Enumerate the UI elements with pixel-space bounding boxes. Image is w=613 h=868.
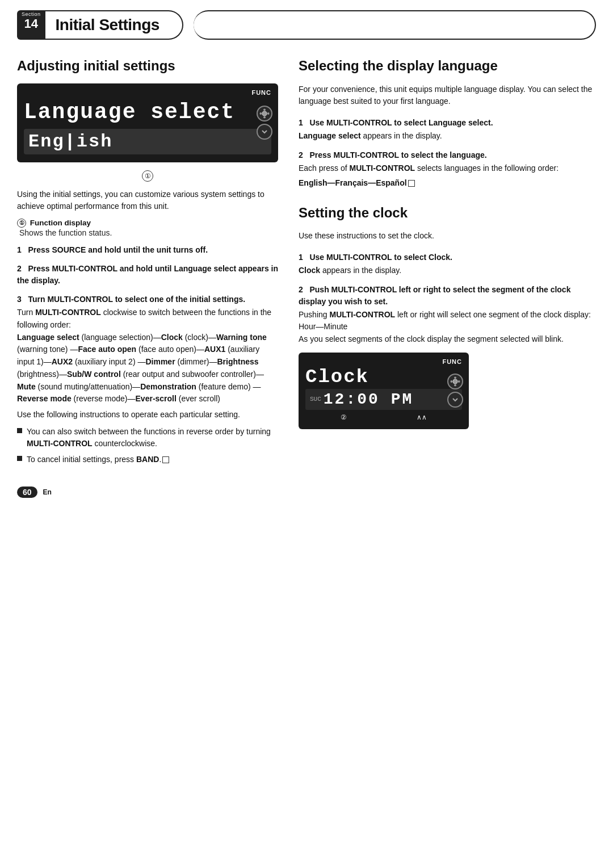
adjusting-heading: Adjusting initial settings	[17, 58, 278, 74]
clock-section: Setting the clock Use these instructions…	[299, 205, 596, 429]
display-icons	[257, 106, 272, 140]
clock-step-2-header: 2 Push MULTI-CONTROL left or right to se…	[299, 284, 596, 308]
display-step-2-header: 2 Press MULTI-CONTROL to select the lang…	[299, 149, 596, 161]
step-1-number: 1	[17, 245, 26, 254]
svg-point-4	[267, 112, 270, 115]
step-1: 1 Press SOURCE and hold until the unit t…	[17, 244, 278, 256]
display-language-heading: Selecting the display language	[299, 58, 596, 74]
bullet-text-1: You can also switch between the function…	[27, 426, 278, 450]
intro-text: Using the initial settings, you can cust…	[17, 188, 278, 213]
svg-point-5	[453, 379, 457, 384]
clock-callout-num1: ②	[341, 413, 347, 421]
clock-sub-text: 12:00 PM	[324, 391, 413, 408]
clock-step-1: 1 Use MULTI-CONTROL to select Clock. Clo…	[299, 251, 596, 277]
clock-callout-num2: ∧∧	[417, 413, 427, 421]
clock-step-1-header: 1 Use MULTI-CONTROL to select Clock.	[299, 251, 596, 263]
callout-item: ① Function display Shows the function st…	[17, 219, 278, 237]
language-display-image: FUNC Language select Eng|ish	[17, 83, 278, 162]
display-step-1-number: 1	[299, 118, 308, 127]
main-content: Adjusting initial settings FUNC Language…	[17, 58, 596, 469]
display-step-1: 1 Use MULTI-CONTROL to select Language s…	[299, 117, 596, 142]
clock-step-2-text: Push MULTI-CONTROL left or right to sele…	[299, 285, 570, 306]
step-1-text: Press SOURCE and hold until the unit tur…	[28, 245, 208, 254]
clock-display-icons	[447, 374, 463, 408]
clock-step-2-body: Pushing MULTI-CONTROL left or right will…	[299, 309, 596, 346]
step-1-header: 1 Press SOURCE and hold until the unit t…	[17, 244, 278, 256]
section-number: 14	[24, 18, 38, 30]
clock-step-2-number: 2	[299, 285, 308, 294]
clock-heading: Setting the clock	[299, 205, 596, 221]
step-3-body2: Use the following instructions to operat…	[17, 409, 278, 421]
display-func-label: FUNC	[251, 89, 271, 96]
display-icon-bottom	[257, 124, 272, 140]
band-box-icon	[162, 456, 169, 463]
header-title: Initial Settings	[56, 16, 159, 34]
arrow-icon	[260, 127, 269, 136]
header-title-box: Initial Settings	[45, 10, 183, 40]
callout-label: ① Function display	[17, 219, 278, 228]
display-step-2-body: Each press of MULTI-CONTROL selects lang…	[299, 162, 596, 175]
svg-point-2	[263, 116, 266, 119]
gear-icon	[259, 108, 270, 119]
step-2-header: 2 Press MULTI-CONTROL and hold until Lan…	[17, 263, 278, 287]
callout-circle: ①	[17, 219, 26, 228]
step-3-text: Turn MULTI-CONTROL to select one of the …	[28, 295, 245, 304]
lang-sequence-text: English—Français—Español	[299, 178, 415, 187]
step-3-number: 3	[17, 295, 26, 304]
right-column: Selecting the display language For your …	[299, 58, 596, 469]
page-number-badge: 60	[17, 487, 37, 498]
svg-point-7	[454, 384, 456, 387]
step-2: 2 Press MULTI-CONTROL and hold until Lan…	[17, 263, 278, 287]
display-language-intro: For your convenience, this unit equips m…	[299, 83, 596, 108]
clock-step-2: 2 Push MULTI-CONTROL left or right to se…	[299, 284, 596, 346]
clock-gear-icon	[447, 374, 463, 389]
footer-lang: En	[43, 488, 52, 496]
language-sequence: English—Français—Español	[299, 177, 596, 189]
svg-point-9	[458, 380, 460, 383]
clock-intro: Use these instructions to set the clock.	[299, 230, 596, 242]
display-step-2: 2 Press MULTI-CONTROL to select the lang…	[299, 149, 596, 189]
display-step-1-text: Use MULTI-CONTROL to select Language sel…	[309, 118, 493, 127]
clock-step-1-text: Use MULTI-CONTROL to select Clock.	[309, 253, 452, 262]
step-3-header: 3 Turn MULTI-CONTROL to select one of th…	[17, 293, 278, 305]
clock-sub-row: SUC 12:00 PM	[305, 389, 462, 410]
svg-point-8	[451, 380, 453, 383]
clock-main-text: Clock	[305, 366, 369, 388]
bullet-text-2: To cancel initial settings, press BAND.	[27, 454, 169, 466]
bullet-square-2	[17, 456, 22, 461]
header-right-box	[194, 10, 596, 40]
page-footer: 60 En	[17, 487, 596, 498]
callout-title: Function display	[30, 219, 91, 227]
page-number: 60	[23, 488, 32, 497]
clock-step-1-body: Clock appears in the display.	[299, 265, 596, 277]
callout-desc: Shows the function status.	[17, 228, 278, 237]
display-step-1-body: Language select appears in the display.	[299, 130, 596, 142]
bullet-item-2: To cancel initial settings, press BAND.	[17, 454, 278, 466]
display-sub-text: Eng|ish	[28, 131, 112, 152]
page-header: Section 14 Initial Settings	[17, 10, 596, 40]
bullet-item-1: You can also switch between the function…	[17, 426, 278, 450]
section-badge: Section 14	[17, 10, 45, 40]
callout-circle-num: ①	[17, 170, 278, 182]
bullet-list: You can also switch between the function…	[17, 426, 278, 466]
clock-arrow-icon	[447, 392, 463, 408]
svg-point-6	[454, 377, 456, 379]
step-2-text: Press MULTI-CONTROL and hold until Langu…	[17, 264, 278, 285]
display-step-2-number: 2	[299, 150, 308, 160]
callout-num-label: ①	[142, 170, 153, 182]
svg-point-0	[262, 111, 267, 116]
step-3-body: Turn MULTI-CONTROL clockwise to switch b…	[17, 307, 278, 405]
svg-point-1	[263, 109, 266, 111]
clock-func-label: FUNC	[442, 358, 462, 365]
clock-step-1-number: 1	[299, 253, 308, 262]
clock-arrow-svg	[451, 395, 460, 404]
step-2-number: 2	[17, 264, 26, 273]
display-step-1-header: 1 Use MULTI-CONTROL to select Language s…	[299, 117, 596, 129]
display-main-text: Language select	[24, 98, 271, 127]
step-3: 3 Turn MULTI-CONTROL to select one of th…	[17, 293, 278, 421]
left-column: Adjusting initial settings FUNC Language…	[17, 58, 278, 469]
svg-point-3	[260, 112, 262, 115]
display-icon-top	[257, 106, 272, 121]
language-box-icon	[408, 180, 415, 187]
clock-display-image: FUNC Clock SUC 12:00 PM	[299, 353, 469, 429]
